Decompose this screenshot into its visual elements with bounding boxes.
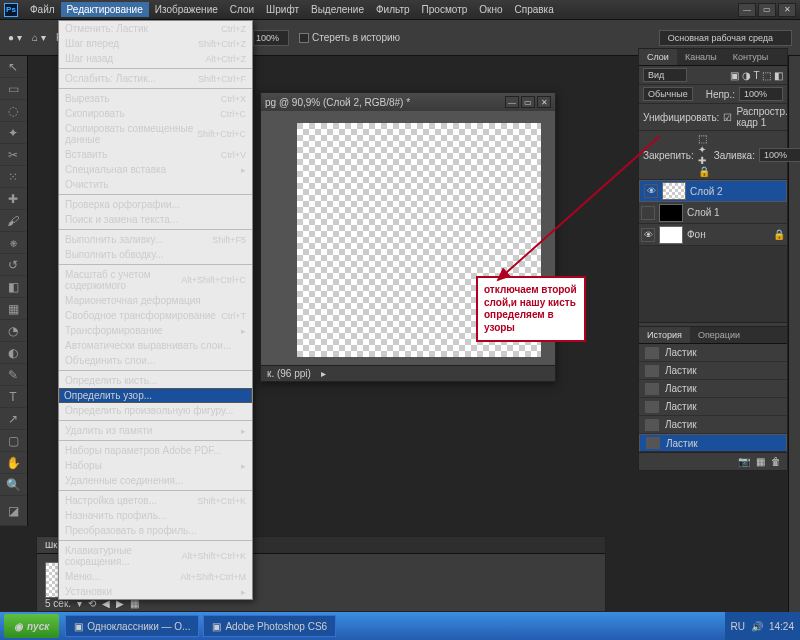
minimize-button[interactable]: —	[738, 3, 756, 17]
snapshot-icon[interactable]: 📷	[738, 456, 750, 467]
heal-tool-icon[interactable]: ✚	[0, 188, 26, 210]
document-title-bar[interactable]: pg @ 90,9% (Слой 2, RGB/8#) * — ▭ ✕	[261, 93, 555, 111]
tab-history[interactable]: История	[639, 327, 690, 343]
menuitem[interactable]: Определить узор...	[59, 388, 252, 403]
tab-layers[interactable]: Контуры	[725, 49, 776, 65]
menu-редактирование[interactable]: Редактирование	[61, 2, 149, 17]
workspace-selector[interactable]: Основная рабочая среда	[659, 30, 792, 46]
menu-изображение[interactable]: Изображение	[149, 2, 224, 17]
menuitem[interactable]: Клавиатурные сокращения...Alt+Shift+Ctrl…	[59, 543, 252, 569]
tab-history[interactable]: Операции	[690, 327, 748, 343]
start-button[interactable]: ◉пуск	[4, 614, 59, 638]
history-state[interactable]: Ластик	[639, 380, 787, 398]
history-state[interactable]: Ластик	[639, 434, 787, 452]
menuitem: Скопировать совмещенные данныеShift+Ctrl…	[59, 121, 252, 147]
layer-kind-select[interactable]: Вид	[643, 68, 687, 82]
close-button[interactable]: ✕	[778, 3, 796, 17]
menu-слои[interactable]: Слои	[224, 2, 260, 17]
history-state[interactable]: Ластик	[639, 398, 787, 416]
swatch-fg-bg[interactable]: ◪	[0, 496, 26, 526]
move-tool-icon[interactable]: ↖	[0, 56, 26, 78]
tab-layers[interactable]: Слои	[639, 49, 677, 65]
menuitem[interactable]: Удалить из памяти▸	[59, 423, 252, 438]
wand-tool-icon[interactable]: ✦	[0, 122, 26, 144]
blend-mode-select[interactable]: Обычные	[643, 87, 693, 101]
history-state[interactable]: Ластик	[639, 416, 787, 434]
layer-row[interactable]: 👁Фон🔒	[639, 224, 787, 246]
visibility-toggle[interactable]	[641, 206, 655, 220]
dodge-tool-icon[interactable]: ◐	[0, 342, 26, 364]
menuitem[interactable]: Настройка цветов...Shift+Ctrl+K	[59, 493, 252, 508]
erase-history-checkbox[interactable]	[299, 33, 309, 43]
history-state[interactable]: Ластик	[639, 344, 787, 362]
menuitem[interactable]: Назначить профиль...	[59, 508, 252, 523]
menuitem[interactable]: Установки▸	[59, 584, 252, 599]
maximize-button[interactable]: ▭	[758, 3, 776, 17]
layers-panel: СлоиКаналыКонтуры Вид▣ ◑ T ⬚ ◧ ОбычныеНе…	[638, 48, 788, 341]
marquee-tool-icon[interactable]: ▭	[0, 78, 26, 100]
pen-tool-icon[interactable]: ✎	[0, 364, 26, 386]
brush-tool-icon[interactable]: 🖌	[0, 210, 26, 232]
doc-minimize-icon[interactable]: —	[505, 96, 519, 108]
menuitem[interactable]: Наборы▸	[59, 458, 252, 473]
layer-thumb	[659, 226, 683, 244]
annotation-callout: отключаем второй слой,и нашу кисть опред…	[476, 276, 586, 342]
taskbar-task[interactable]: ▣Одноклассники — О...	[65, 615, 199, 637]
menuitem[interactable]: Наборы параметров Adobe PDF...	[59, 443, 252, 458]
menuitem[interactable]: Выполнить обводку...	[59, 247, 252, 262]
trash-icon[interactable]: 🗑	[771, 456, 781, 467]
flow-input[interactable]	[253, 30, 289, 46]
lang-indicator[interactable]: RU	[731, 621, 745, 632]
menu-выделение[interactable]: Выделение	[305, 2, 370, 17]
blur-tool-icon[interactable]: ◔	[0, 320, 26, 342]
menu-файл[interactable]: Файл	[24, 2, 61, 17]
menuitem[interactable]: Меню...Alt+Shift+Ctrl+M	[59, 569, 252, 584]
menuitem[interactable]: Определить кисть...	[59, 373, 252, 388]
stamp-tool-icon[interactable]: ⎈	[0, 232, 26, 254]
path-tool-icon[interactable]: ↗	[0, 408, 26, 430]
tab-layers[interactable]: Каналы	[677, 49, 725, 65]
menu-окно[interactable]: Окно	[473, 2, 508, 17]
layer-name: Слой 1	[687, 207, 720, 218]
lasso-tool-icon[interactable]: ◌	[0, 100, 26, 122]
layer-name: Слой 2	[690, 186, 723, 197]
menuitem[interactable]: Трансформирование▸	[59, 323, 252, 338]
hand-tool-icon[interactable]: ✋	[0, 452, 26, 474]
history-brush-icon[interactable]: ↺	[0, 254, 26, 276]
menuitem[interactable]: Ослабить: Ластик...Shift+Ctrl+F	[59, 71, 252, 86]
menuitem[interactable]: Отменить: ЛастикCtrl+Z	[59, 21, 252, 36]
layer-row[interactable]: Слой 1	[639, 202, 787, 224]
layer-row[interactable]: 👁Слой 2	[639, 180, 787, 202]
history-panel: ИсторияОперации ЛастикЛастикЛастикЛастик…	[638, 326, 788, 471]
shape-tool-icon[interactable]: ▢	[0, 430, 26, 452]
menuitem[interactable]: Масштаб с учетом содержимогоAlt+Shift+Ct…	[59, 267, 252, 293]
gradient-tool-icon[interactable]: ▦	[0, 298, 26, 320]
menuitem[interactable]: Шаг назадAlt+Ctrl+Z	[59, 51, 252, 66]
crop-tool-icon[interactable]: ✂	[0, 144, 26, 166]
menuitem[interactable]: Марионеточная деформация	[59, 293, 252, 308]
menu-просмотр[interactable]: Просмотр	[416, 2, 474, 17]
menu-шрифт[interactable]: Шрифт	[260, 2, 305, 17]
system-tray[interactable]: RU 🔊 14:24	[725, 612, 800, 640]
history-state[interactable]: Ластик	[639, 362, 787, 380]
menuitem[interactable]: Выполнить заливку...Shift+F5	[59, 232, 252, 247]
menuitem[interactable]: Свободное трансформированиеCtrl+T	[59, 308, 252, 323]
zoom-tool-icon[interactable]: 🔍	[0, 474, 26, 496]
eraser-icon	[645, 401, 659, 413]
taskbar-task[interactable]: ▣Adobe Photoshop CS6	[203, 615, 336, 637]
eraser-icon	[645, 365, 659, 377]
menuitem[interactable]: Удаленные соединения...	[59, 473, 252, 488]
menu-справка[interactable]: Справка	[509, 2, 560, 17]
new-state-icon[interactable]: ▦	[756, 456, 765, 467]
eyedropper-tool-icon[interactable]: ⁙	[0, 166, 26, 188]
menuitem[interactable]: Преобразовать в профиль...	[59, 523, 252, 538]
eraser-tool-icon[interactable]: ◧	[0, 276, 26, 298]
taskbar: ◉пуск ▣Одноклассники — О...▣Adobe Photos…	[0, 612, 800, 640]
type-tool-icon[interactable]: T	[0, 386, 26, 408]
visibility-toggle[interactable]: 👁	[644, 184, 658, 198]
tools-panel: ↖ ▭ ◌ ✦ ✂ ⁙ ✚ 🖌 ⎈ ↺ ◧ ▦ ◔ ◐ ✎ T ↗ ▢ ✋ 🔍 …	[0, 56, 28, 526]
visibility-toggle[interactable]: 👁	[641, 228, 655, 242]
doc-maximize-icon[interactable]: ▭	[521, 96, 535, 108]
menu-фильтр[interactable]: Фильтр	[370, 2, 416, 17]
doc-close-icon[interactable]: ✕	[537, 96, 551, 108]
